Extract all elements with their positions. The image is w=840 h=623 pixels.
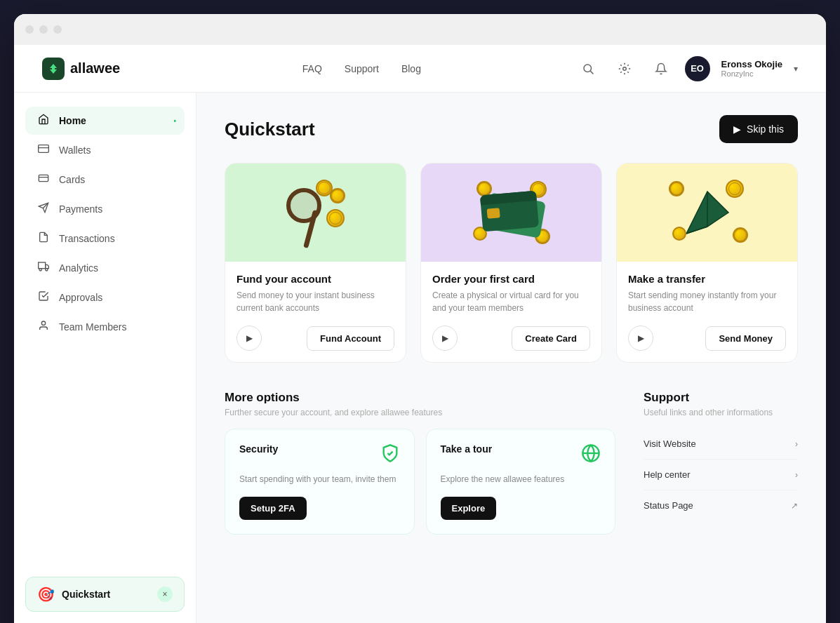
sidebar-item-transactions[interactable]: Transactions xyxy=(25,225,185,253)
sidebar-label-payments: Payments xyxy=(59,203,102,215)
sidebar-label-approvals: Approvals xyxy=(59,292,102,303)
logo[interactable]: allawee xyxy=(42,58,120,80)
svg-rect-5 xyxy=(39,175,48,181)
quickstart-cards: Fund your account Send money to your ins… xyxy=(225,163,798,363)
main-layout: Home Wallets xyxy=(14,93,826,623)
support-title: Support xyxy=(644,391,798,405)
take-tour-card-desc: Explore the new allawee features xyxy=(441,473,601,485)
take-tour-card-title: Take a tour xyxy=(441,443,493,455)
page-title: Quickstart xyxy=(225,119,315,140)
sidebar: Home Wallets xyxy=(14,93,196,623)
cards-icon xyxy=(36,173,51,187)
main-content: Quickstart ▶ Skip this xyxy=(196,93,826,623)
nav-actions: EO Eronss Okojie RonzyInc ▾ xyxy=(575,56,798,81)
svg-rect-9 xyxy=(39,262,46,269)
svg-point-12 xyxy=(46,269,48,271)
make-transfer-actions: ▶ Send Money xyxy=(628,326,786,351)
svg-line-1 xyxy=(590,71,593,74)
make-transfer-desc: Start sending money instantly from your … xyxy=(628,289,786,314)
top-nav: allawee FAQ Support Blog xyxy=(14,45,826,93)
make-transfer-title: Make a transfer xyxy=(628,273,786,285)
status-page-link[interactable]: Status Page ↗ xyxy=(644,490,798,521)
visit-website-link[interactable]: Visit Website › xyxy=(644,429,798,460)
order-card-body: Order your first card Create a physical … xyxy=(421,262,601,362)
logo-icon xyxy=(42,58,65,80)
sidebar-item-analytics[interactable]: Analytics xyxy=(25,254,185,282)
make-transfer-play-button[interactable]: ▶ xyxy=(628,326,653,351)
setup-2fa-button[interactable]: Setup 2FA xyxy=(239,497,307,520)
external-link-icon: › xyxy=(795,439,798,449)
take-tour-card: Take a tour Explor xyxy=(426,429,616,535)
fund-account-button[interactable]: Fund Account xyxy=(307,326,394,351)
analytics-icon xyxy=(36,261,51,275)
globe-icon xyxy=(581,443,601,467)
svg-point-11 xyxy=(39,269,41,271)
browser-dot-red xyxy=(25,25,34,34)
more-options-title: More options xyxy=(225,391,615,405)
home-icon xyxy=(36,114,51,128)
order-card-image xyxy=(421,163,601,262)
user-name: Eronss Okojie xyxy=(721,59,782,69)
sidebar-item-approvals[interactable]: Approvals xyxy=(25,283,185,312)
sidebar-label-team-members: Team Members xyxy=(59,321,126,333)
settings-icon[interactable] xyxy=(612,56,637,81)
notifications-icon[interactable] xyxy=(648,56,674,81)
sidebar-bottom: 🎯 Quickstart × xyxy=(14,565,196,623)
make-transfer-card: Make a transfer Start sending money inst… xyxy=(616,163,798,363)
sidebar-item-team-members[interactable]: Team Members xyxy=(25,313,185,341)
quickstart-close-button[interactable]: × xyxy=(157,587,173,602)
search-icon[interactable] xyxy=(575,56,601,81)
play-icon: ▶ xyxy=(733,123,741,135)
user-company: RonzyInc xyxy=(721,69,782,78)
svg-marker-10 xyxy=(46,264,49,268)
create-card-button[interactable]: Create Card xyxy=(512,326,590,351)
svg-point-0 xyxy=(584,65,592,72)
sidebar-label-transactions: Transactions xyxy=(59,233,115,244)
skip-button[interactable]: ▶ Skip this xyxy=(719,115,798,143)
sidebar-item-cards[interactable]: Cards xyxy=(25,166,185,194)
security-card-header: Security xyxy=(239,443,400,467)
nav-link-blog[interactable]: Blog xyxy=(401,63,421,74)
fund-account-title: Fund your account xyxy=(236,273,394,285)
user-info: Eronss Okojie RonzyInc xyxy=(721,59,782,78)
shield-icon xyxy=(380,443,400,467)
transactions-icon xyxy=(36,232,51,246)
help-center-link[interactable]: Help center › xyxy=(644,460,798,490)
support-section: Support Useful links and other informati… xyxy=(644,391,798,535)
browser-bar xyxy=(14,14,826,45)
make-transfer-image xyxy=(617,163,797,262)
more-options: More options Further secure your account… xyxy=(225,391,615,535)
sidebar-item-payments[interactable]: Payments xyxy=(25,195,185,223)
support-subtitle: Useful links and other informations xyxy=(644,408,798,417)
browser-dot-yellow xyxy=(39,25,48,34)
quickstart-badge[interactable]: 🎯 Quickstart × xyxy=(25,577,185,612)
open-external-icon: ↗ xyxy=(791,501,798,511)
nav-link-support[interactable]: Support xyxy=(345,63,379,74)
avatar: EO xyxy=(685,56,710,81)
make-transfer-body: Make a transfer Start sending money inst… xyxy=(617,262,797,362)
support-links: Visit Website › Help center › Status Pag… xyxy=(644,429,798,521)
order-card-desc: Create a physical or virtual card for yo… xyxy=(432,289,590,314)
sidebar-item-wallets[interactable]: Wallets xyxy=(25,136,185,164)
chevron-right-icon: › xyxy=(795,470,798,480)
fund-account-card: Fund your account Send money to your ins… xyxy=(225,163,406,363)
order-card-actions: ▶ Create Card xyxy=(432,326,590,351)
payments-icon xyxy=(36,202,51,216)
nav-link-faq[interactable]: FAQ xyxy=(302,63,322,74)
sidebar-nav: Home Wallets xyxy=(14,107,196,341)
sidebar-label-cards: Cards xyxy=(59,174,85,185)
send-money-button[interactable]: Send Money xyxy=(705,326,786,351)
order-card-play-button[interactable]: ▶ xyxy=(432,326,458,351)
quickstart-badge-label: Quickstart xyxy=(62,589,150,600)
sidebar-label-wallets: Wallets xyxy=(59,145,91,156)
fund-account-play-button[interactable]: ▶ xyxy=(236,326,262,351)
page-header: Quickstart ▶ Skip this xyxy=(225,115,798,143)
explore-button[interactable]: Explore xyxy=(441,497,497,520)
fund-account-body: Fund your account Send money to your ins… xyxy=(225,262,406,362)
chevron-down-icon[interactable]: ▾ xyxy=(794,64,798,74)
security-card-desc: Start spending with your team, invite th… xyxy=(239,473,400,485)
sidebar-label-home: Home xyxy=(59,115,86,126)
svg-point-2 xyxy=(622,67,626,70)
quickstart-badge-icon: 🎯 xyxy=(37,586,55,603)
sidebar-item-home[interactable]: Home xyxy=(25,107,185,135)
